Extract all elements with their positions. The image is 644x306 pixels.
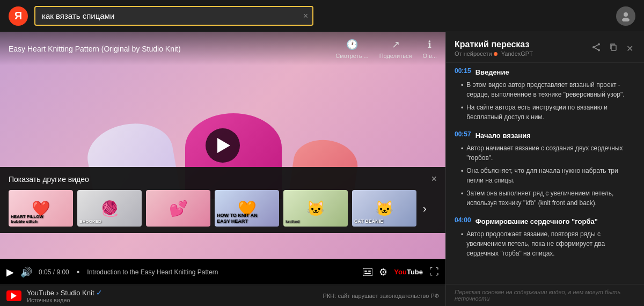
progress-separator: •	[77, 267, 80, 277]
section-heading-3: Формирование сердечного "горба"	[475, 217, 598, 225]
youtube-icon	[6, 290, 21, 301]
suggested-thumb-6-label: CAT BEANIE	[354, 218, 414, 224]
summary-section-intro: 00:15 Введение • В этом видео автор пред…	[455, 67, 635, 122]
source-info: YouTube › Studio Knit ✓ Источник видео	[27, 288, 103, 303]
bullet-dot: •	[461, 166, 463, 185]
summary-close-btn[interactable]: ✕	[624, 42, 635, 55]
search-bar: ×	[34, 6, 313, 26]
summary-header-actions: ✕	[590, 42, 635, 55]
summary-subtitle: От нейросети YandexGPT	[455, 50, 533, 57]
suggested-thumb-4-label: HOW TO KNIT ANEASY HEART	[217, 213, 277, 224]
verified-icon: ✓	[96, 288, 103, 297]
user-avatar[interactable]	[616, 6, 635, 26]
yandexgpt-dot	[494, 52, 497, 56]
section-timestamp-2: 00:57	[455, 130, 471, 138]
youtube-red-part: You	[394, 268, 407, 276]
main-content: Easy Heart Knitting Pattern (Original by…	[0, 32, 644, 306]
summary-section-forming: 04:00 Формирование сердечного "горба" • …	[455, 216, 635, 258]
search-input[interactable]	[34, 6, 313, 26]
section-timestamp-3: 04:00	[455, 216, 471, 224]
bullet-dot: •	[461, 144, 463, 163]
section-bullets-2: • Автор начинает вязание с создания двух…	[455, 143, 635, 208]
section-bullets-1: • В этом видео автор представляет вязаны…	[455, 80, 635, 122]
suggested-video-5[interactable]: 🐱 knitted	[283, 190, 348, 227]
bullet-3-1: • Автор продолжает вязание, повторяя ряд…	[461, 229, 635, 258]
suggested-video-4[interactable]: 🧡 HOW TO KNIT ANEASY HEART	[215, 190, 279, 227]
svg-line-9	[594, 45, 599, 48]
svg-point-0	[624, 12, 628, 17]
summary-panel: Краткий пересказ От нейросети YandexGPT	[445, 32, 644, 306]
bullet-1-2: • На сайте автора есть инструкции по вяз…	[461, 103, 635, 122]
suggested-thumb-2-label: BHOOKED	[79, 219, 140, 224]
summary-title-group: Краткий пересказ От нейросети YandexGPT	[455, 40, 533, 57]
video-time: 0:05 / 9:00	[39, 268, 69, 276]
suggested-thumb-1-label: HEART PILLOWbubble stitch	[11, 214, 71, 224]
section-heading-1: Введение	[475, 68, 509, 76]
section-bullets-3: • Автор продолжает вязание, повторяя ряд…	[455, 229, 635, 258]
source-subtitle: Источник видео	[27, 297, 103, 303]
bullet-1-1: • В этом видео автор представляет вязаны…	[461, 80, 635, 99]
section-heading-2: Начало вязания	[475, 132, 531, 140]
captions-btn[interactable]	[363, 268, 372, 276]
summary-title: Краткий пересказ	[455, 40, 533, 49]
svg-rect-3	[364, 271, 367, 272]
youtube-logo: YouTube	[394, 268, 423, 276]
suggested-thumb-5-label: knitted	[286, 219, 346, 224]
summary-content: 00:15 Введение • В этом видео автор пред…	[446, 63, 644, 284]
bullet-dot: •	[461, 81, 463, 99]
summary-section-start: 00:57 Начало вязания • Автор начинает вя…	[455, 130, 635, 208]
summary-share-btn[interactable]	[590, 42, 603, 55]
search-clear-icon[interactable]: ×	[303, 11, 308, 21]
suggested-close-btn[interactable]: ×	[431, 173, 437, 185]
section-title-row-1: 00:15 Введение	[455, 67, 635, 77]
video-controls: ▶ 🔊 0:05 / 9:00 • Introduction to the Ea…	[0, 259, 445, 285]
section-timestamp-1: 00:15	[455, 67, 471, 75]
play-icon	[217, 138, 230, 153]
suggested-video-6[interactable]: 🐱 CAT BEANIE	[352, 190, 416, 227]
video-chapter-label: Introduction to the Easy Heart Knitting …	[87, 268, 218, 276]
settings-btn[interactable]: ⚙	[379, 266, 387, 278]
play-button[interactable]	[206, 128, 240, 163]
svg-rect-2	[363, 268, 372, 276]
bullet-dot: •	[461, 103, 463, 122]
video-area: Easy Heart Knitting Pattern (Original by…	[0, 32, 445, 306]
fullscreen-btn[interactable]: ⛶	[429, 266, 439, 278]
suggested-title: Показать другие видео	[9, 175, 89, 184]
bullet-2-2: • Она объясняет, что для начала нужно на…	[461, 166, 635, 185]
suggested-next-btn[interactable]: ›	[421, 200, 429, 217]
summary-footer: Пересказ основан на содержании видео, в …	[446, 284, 644, 306]
suggested-header: Показать другие видео ×	[9, 173, 437, 185]
bullet-2-1: • Автор начинает вязание с создания двух…	[461, 143, 635, 163]
summary-copy-btn[interactable]	[607, 42, 620, 55]
header: Я ×	[0, 0, 644, 32]
violation-notice: РКН: сайт нарушает законодательство РФ	[323, 293, 439, 299]
suggested-video-1[interactable]: ❤️ HEART PILLOWbubble stitch	[9, 190, 73, 227]
suggested-video-3[interactable]: 💕	[146, 190, 210, 227]
section-title-row-2: 00:57 Начало вязания	[455, 130, 635, 140]
youtube-play-icon	[11, 293, 17, 299]
summary-header: Краткий пересказ От нейросети YandexGPT	[446, 32, 644, 63]
suggested-video-2[interactable]: 🧶 BHOOKED	[77, 190, 142, 227]
video-player[interactable]: Easy Heart Knitting Pattern (Original by…	[0, 32, 445, 259]
bullet-dot: •	[461, 189, 463, 208]
svg-point-1	[622, 18, 630, 21]
suggested-thumb-3-img: 💕	[146, 190, 210, 227]
volume-btn[interactable]: 🔊	[20, 266, 32, 278]
source-channel: YouTube › Studio Knit ✓	[27, 288, 103, 297]
suggested-videos-list: ❤️ HEART PILLOWbubble stitch 🧶 BHOOKED 💕…	[9, 190, 437, 227]
svg-rect-4	[368, 271, 371, 272]
bullet-dot: •	[461, 230, 463, 258]
source-bar: YouTube › Studio Knit ✓ Источник видео Р…	[0, 285, 445, 306]
svg-line-10	[594, 47, 599, 50]
suggested-panel: Показать другие видео × ❤️ HEART PILLOWb…	[0, 167, 445, 233]
svg-rect-5	[364, 273, 371, 274]
yandex-logo[interactable]: Я	[9, 6, 28, 26]
bullet-2-3: • Затем она выполняет ряд с увеличением …	[461, 188, 635, 208]
svg-rect-11	[611, 45, 616, 50]
play-pause-btn[interactable]: ▶	[6, 266, 14, 278]
section-title-row-3: 04:00 Формирование сердечного "горба"	[455, 216, 635, 226]
